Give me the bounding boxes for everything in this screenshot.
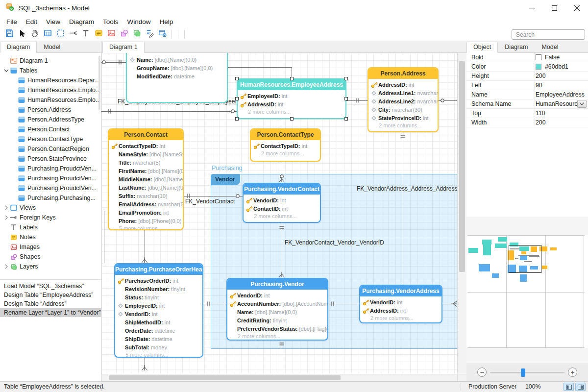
- tree-item-person-address[interactable]: Person.Address: [0, 105, 101, 115]
- table-person-contacttype[interactable]: Person.ContactTypeContactTypeID:int2 mor…: [250, 128, 321, 162]
- menu-file[interactable]: File: [2, 17, 22, 27]
- table-header[interactable]: Person.Address: [368, 68, 438, 79]
- column-row[interactable]: RevisionNumber:tinyint: [115, 285, 202, 293]
- new-foreign-key-tool-button[interactable]: [67, 28, 79, 40]
- menu-view[interactable]: View: [42, 17, 65, 27]
- sidebar-tab-diagram[interactable]: Diagram: [0, 42, 37, 53]
- more-columns[interactable]: 2 more columns...: [238, 108, 345, 117]
- tree-item-person-contacttype[interactable]: Person.ContactType: [0, 134, 101, 144]
- column-row[interactable]: ContactID:int: [244, 204, 320, 213]
- expander-closed-icon[interactable]: [3, 215, 10, 220]
- column-row[interactable]: Suffix:nvarchar(10): [109, 192, 183, 200]
- selection-handle[interactable]: [235, 117, 239, 121]
- properties-tab-object[interactable]: Object: [466, 42, 498, 53]
- column-row[interactable]: Title:nvarchar(8): [109, 158, 183, 167]
- column-row[interactable]: EmailAddress:nvarchar(50): [109, 200, 183, 208]
- column-row[interactable]: StateProvinceID:int: [368, 114, 438, 122]
- column-row[interactable]: VendorID:int: [115, 310, 202, 318]
- column-row[interactable]: MiddleName:[dbo].[Name]...: [109, 175, 183, 183]
- more-columns[interactable]: 2 more columns...: [227, 333, 327, 341]
- selection-handle[interactable]: [344, 77, 348, 80]
- more-columns[interactable]: 2 more columns...: [251, 150, 320, 158]
- vertical-scrollbar[interactable]: [457, 53, 466, 374]
- search-box[interactable]: [512, 29, 585, 40]
- column-row[interactable]: ShipDate:datetime: [115, 335, 202, 343]
- expander-open-icon[interactable]: [3, 68, 10, 73]
- column-row[interactable]: Phone:[dbo].[Phone](0,0): [109, 217, 183, 225]
- table-person-address[interactable]: Person.AddressAddressID:intAddressLine1:…: [368, 67, 439, 132]
- history-log-entry[interactable]: Load Model “SQL_3schemas”: [0, 282, 101, 291]
- property-value[interactable]: False: [534, 53, 588, 62]
- tree-item-diagram-1[interactable]: Diagram 1: [0, 56, 101, 66]
- relationship-line[interactable]: [403, 132, 403, 285]
- new-image-tool-button[interactable]: [105, 28, 118, 40]
- more-columns[interactable]: 5 more columns...: [115, 351, 202, 358]
- new-note-tool-button[interactable]: [92, 28, 105, 40]
- selection-handle[interactable]: [344, 97, 348, 100]
- column-row[interactable]: Name:[dbo].[Name](0,0): [127, 55, 227, 64]
- column-row[interactable]: City:nvarchar(30): [368, 105, 438, 114]
- column-row[interactable]: PurchaseOrderID:int: [115, 276, 202, 285]
- tree-item-shapes[interactable]: Shapes: [0, 252, 101, 262]
- column-row[interactable]: ModifiedDate:datetime: [127, 72, 227, 80]
- menu-edit[interactable]: Edit: [22, 17, 42, 27]
- selection-handle[interactable]: [235, 77, 239, 80]
- menu-window[interactable]: Window: [123, 17, 155, 27]
- tree-item-person-addresstype[interactable]: Person.AddressType: [0, 115, 101, 124]
- column-row[interactable]: NameStyle:[dbo].[NameSt...: [109, 150, 183, 158]
- table-header[interactable]: Person.Contact: [109, 129, 183, 140]
- new-layer-tool-button[interactable]: [130, 28, 143, 40]
- color-swatch[interactable]: [536, 64, 541, 70]
- column-row[interactable]: AddressLine1:nvarchar(...: [368, 89, 438, 97]
- column-row[interactable]: AddressID:int: [238, 100, 345, 108]
- history-log-entry[interactable]: Rename Layer “Layer 1” to “Vendor”: [0, 308, 101, 317]
- table-purchasing-vendoraddress[interactable]: Purchasing.VendorAddressVendorID:intAddr…: [359, 285, 442, 323]
- column-row[interactable]: FirstName:[dbo].[Name](0...: [109, 167, 183, 175]
- more-columns[interactable]: 2 more columns...: [368, 122, 438, 130]
- properties-tab-model[interactable]: Model: [535, 42, 565, 53]
- relationship-line[interactable]: [184, 196, 243, 196]
- tree-item-notes[interactable]: Notes: [0, 232, 101, 242]
- tree-item-humanresources-depar-[interactable]: HumanResources.Depar...: [0, 75, 101, 85]
- table-header[interactable]: Person.ContactType: [251, 129, 320, 140]
- table-header[interactable]: HumanResources.EmployeeAddress: [238, 79, 345, 90]
- column-row[interactable]: EmailPromotion:int: [109, 208, 183, 217]
- column-row[interactable]: LastName:[dbo].[Name](0...: [109, 183, 183, 192]
- tree-item-purchasing-purchasing-[interactable]: Purchasing.Purchasing...: [0, 193, 101, 203]
- sidebar-tab-model[interactable]: Model: [37, 42, 67, 53]
- diagram-canvas[interactable]: VendorPurchasingFK_EmployeeAddress_Emplo…: [101, 53, 457, 374]
- property-value[interactable]: 90: [534, 81, 588, 90]
- property-value[interactable]: HumanResources: [534, 99, 588, 108]
- tree-item-tables[interactable]: Tables: [0, 66, 101, 75]
- table-partial-table[interactable]: Name:[dbo].[Name](0,0)GroupName:[dbo].[N…: [126, 53, 228, 103]
- column-row[interactable]: ContactTypeID:int: [251, 142, 320, 150]
- table-purchasing-vendorcontact[interactable]: Purchasing.VendorContactVendorID:intCont…: [243, 183, 321, 223]
- tree-scrollbar[interactable]: [98, 56, 100, 110]
- maximize-button[interactable]: [543, 0, 565, 16]
- selection-handle[interactable]: [344, 117, 348, 121]
- new-table-tool-button[interactable]: [41, 28, 54, 40]
- select-tool-button[interactable]: [54, 28, 67, 40]
- new-label-tool-button[interactable]: [79, 28, 92, 40]
- column-row[interactable]: ContactTypeID:int: [109, 142, 183, 150]
- menu-diagram[interactable]: Diagram: [65, 17, 98, 27]
- search-input[interactable]: [512, 31, 588, 38]
- column-row[interactable]: VendorID:int: [360, 298, 441, 306]
- more-columns[interactable]: 5 more columns...: [109, 225, 183, 230]
- zoom-slider-handle[interactable]: [521, 368, 525, 377]
- property-value[interactable]: 110: [534, 109, 588, 118]
- column-row[interactable]: PreferredVendorStatus:[dbo].[Flag](0,0): [227, 324, 327, 333]
- tree-item-purchasing-proudctven-[interactable]: Purchasing.ProudctVen...: [0, 173, 101, 183]
- column-row[interactable]: SubTotal:money: [115, 343, 202, 351]
- more-columns[interactable]: 2 more columns...: [244, 213, 320, 221]
- toggle-right-panel-button[interactable]: [575, 383, 586, 391]
- zoom-in-button[interactable]: +: [568, 368, 577, 377]
- toggle-left-panel-button[interactable]: [564, 383, 574, 391]
- relationship-line[interactable]: [282, 223, 282, 278]
- column-row[interactable]: VendorID:int: [244, 196, 320, 204]
- fk-label[interactable]: FK_VendorContact_Vendor_VendorID: [285, 239, 384, 246]
- tree-item-images[interactable]: Images: [0, 242, 101, 252]
- relationship-line[interactable]: [101, 111, 237, 112]
- export-sql-button[interactable]: [156, 28, 169, 40]
- tree-item-labels[interactable]: Labels: [0, 222, 101, 232]
